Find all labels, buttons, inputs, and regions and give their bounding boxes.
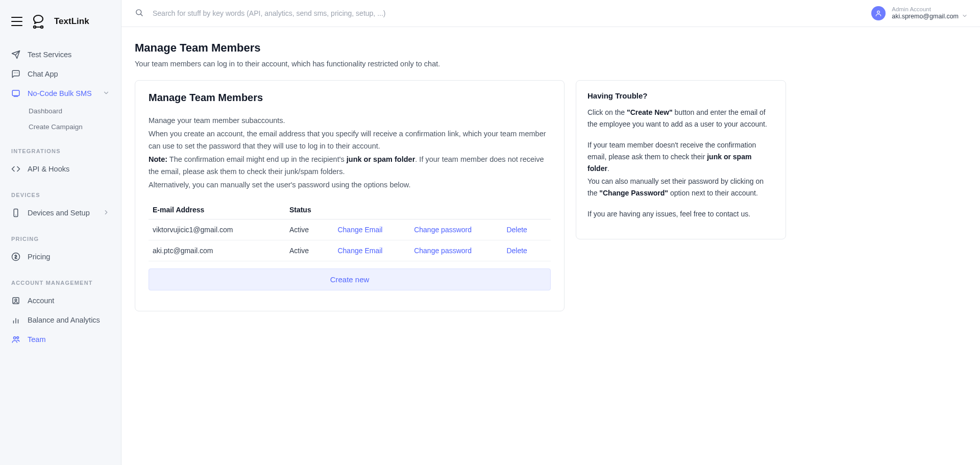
sidebar-item-label: API & Hooks — [28, 165, 69, 173]
sidebar-item-label: Chat App — [28, 70, 58, 78]
help-p1: Click on the "Create New" button and ent… — [587, 107, 774, 130]
sidebar-item-label: Account — [28, 297, 54, 305]
help-heading: Having Trouble? — [587, 90, 774, 103]
card-desc-3: Alternatively, you can manually set the … — [149, 179, 551, 191]
nav: Test Services Chat App No-Code Bulk SMS … — [0, 45, 121, 465]
svg-rect-11 — [12, 90, 19, 96]
section-pricing: PRICING — [0, 223, 121, 247]
help-p2: If your team member doesn't receive the … — [587, 139, 774, 175]
sidebar-item-label: No-Code Bulk SMS — [28, 89, 92, 97]
sidebar-submenu-bulk-sms: Dashboard Create Campaign — [0, 103, 121, 135]
note-label: Note: — [149, 155, 167, 163]
help-p3: You can also manually set their password… — [587, 176, 774, 199]
content: Manage Team Members Your team members ca… — [121, 27, 980, 326]
change-password-link[interactable]: Change password — [410, 240, 502, 261]
chevron-right-icon — [103, 209, 110, 217]
section-account-mgmt: ACCOUNT MANAGEMENT — [0, 266, 121, 291]
brand-name: TextLink — [54, 16, 89, 27]
svg-line-23 — [141, 14, 142, 16]
cell-email: aki.ptc@gmail.com — [149, 240, 285, 261]
sidebar-item-devices[interactable]: Devices and Setup — [0, 203, 121, 223]
paper-plane-icon — [11, 50, 20, 59]
chevron-down-icon — [103, 89, 110, 98]
change-email-link[interactable]: Change Email — [333, 240, 410, 261]
create-new-button[interactable]: Create new — [149, 268, 551, 290]
sidebar: TextLink Test Services Chat App No-Code … — [0, 0, 121, 465]
svg-point-22 — [136, 10, 141, 15]
cell-status: Active — [285, 219, 334, 240]
menu-icon[interactable] — [11, 17, 22, 26]
sms-icon — [11, 89, 20, 98]
sidebar-item-account[interactable]: Account — [0, 291, 121, 310]
team-table: E-mail Address Status viktorvujicic1@gma… — [149, 201, 551, 261]
panels: Manage Team Members Manage your team mem… — [135, 80, 967, 311]
account-menu[interactable]: Admin Account aki.spremo@gmail.com — [871, 6, 968, 21]
chevron-down-icon — [962, 13, 968, 21]
main: Admin Account aki.spremo@gmail.com Manag… — [121, 0, 980, 465]
account-icon — [11, 296, 20, 305]
th-email: E-mail Address — [149, 201, 285, 219]
cell-email: viktorvujicic1@gmail.com — [149, 219, 285, 240]
sidebar-subitem-dashboard[interactable]: Dashboard — [29, 103, 121, 119]
account-email: aki.spremo@gmail.com — [892, 13, 959, 21]
table-row: viktorvujicic1@gmail.com Active Change E… — [149, 219, 551, 240]
sidebar-item-bulk-sms[interactable]: No-Code Bulk SMS — [0, 84, 121, 103]
note-bold: junk or spam folder — [347, 155, 415, 163]
topbar: Admin Account aki.spremo@gmail.com — [121, 0, 980, 27]
th-status: Status — [285, 201, 334, 219]
brand-row: TextLink — [0, 0, 121, 45]
search-icon[interactable] — [135, 8, 143, 18]
card-desc-1: Manage your team member subaccounts. — [149, 115, 551, 127]
manage-team-card: Manage Team Members Manage your team mem… — [135, 80, 565, 311]
sidebar-item-label: Devices and Setup — [28, 209, 90, 217]
page-title: Manage Team Members — [135, 41, 967, 55]
sidebar-item-balance[interactable]: Balance and Analytics — [0, 310, 121, 330]
sidebar-item-pricing[interactable]: Pricing — [0, 247, 121, 266]
section-integrations: INTEGRATIONS — [0, 135, 121, 159]
search-input[interactable] — [153, 9, 862, 17]
chat-icon — [11, 69, 20, 79]
card-heading: Manage Team Members — [149, 92, 551, 104]
sidebar-item-label: Pricing — [28, 253, 50, 261]
team-icon — [11, 335, 20, 344]
svg-point-20 — [14, 337, 16, 339]
delete-link[interactable]: Delete — [502, 240, 551, 261]
delete-link[interactable]: Delete — [502, 219, 551, 240]
phone-icon — [11, 208, 20, 217]
cell-status: Active — [285, 240, 334, 261]
sidebar-item-label: Test Services — [28, 51, 71, 59]
sidebar-item-label: Balance and Analytics — [28, 316, 100, 324]
code-icon — [11, 164, 20, 174]
page-subtitle: Your team members can log in to their ac… — [135, 60, 967, 68]
chart-icon — [11, 315, 20, 325]
account-role: Admin Account — [892, 6, 968, 13]
sidebar-item-test-services[interactable]: Test Services — [0, 45, 121, 64]
sidebar-subitem-create-campaign[interactable]: Create Campaign — [29, 119, 121, 135]
svg-point-21 — [17, 336, 19, 338]
svg-point-16 — [15, 299, 17, 301]
sidebar-item-label: Team — [28, 335, 45, 344]
help-p4: If you are having any issues, feel free … — [587, 208, 774, 220]
dollar-icon — [11, 252, 20, 261]
card-desc-note: Note: The confirmation email might end u… — [149, 154, 551, 178]
section-devices: DEVICES — [0, 179, 121, 203]
sidebar-item-chat-app[interactable]: Chat App — [0, 64, 121, 84]
svg-point-24 — [877, 11, 880, 13]
avatar — [871, 6, 886, 20]
change-password-link[interactable]: Change password — [410, 219, 502, 240]
table-row: aki.ptc@gmail.com Active Change Email Ch… — [149, 240, 551, 261]
brand-logo-icon — [32, 14, 45, 29]
card-desc-2: When you create an account, the email ad… — [149, 128, 551, 153]
sidebar-item-team[interactable]: Team — [0, 330, 121, 349]
account-text: Admin Account aki.spremo@gmail.com — [892, 6, 968, 21]
change-email-link[interactable]: Change Email — [333, 219, 410, 240]
help-card: Having Trouble? Click on the "Create New… — [576, 80, 786, 239]
sidebar-item-api-hooks[interactable]: API & Hooks — [0, 159, 121, 179]
note-text-a: The confirmation email might end up in t… — [167, 155, 347, 163]
